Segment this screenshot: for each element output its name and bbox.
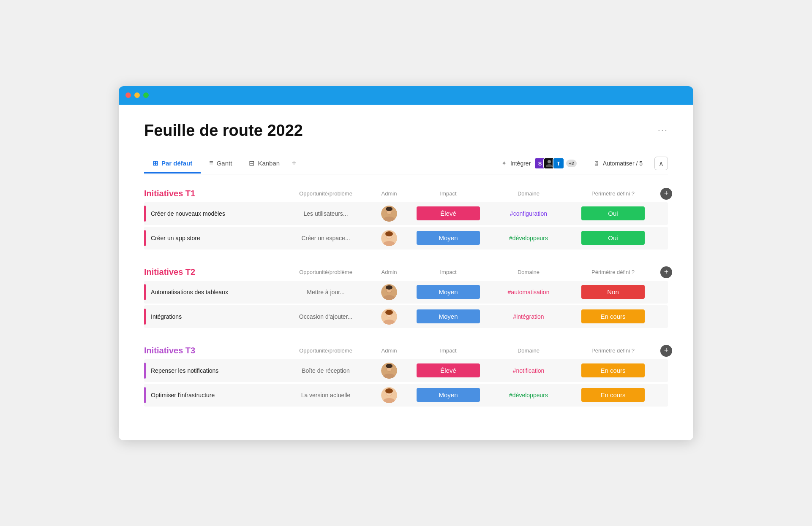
row-name-0: Créer de nouveaux modèles [144,206,283,222]
col-header-4: Périmètre défini ? [571,190,655,197]
col-header-1: Admin [368,190,410,197]
impact-badge: Élevé [417,206,480,220]
section-title-t3: Initiatives T3 [144,346,283,355]
table-row[interactable]: Repenser les notificationsBoîte de récep… [144,359,668,382]
row-stripe [144,206,146,222]
svg-point-25 [386,364,392,368]
row-impact-0: Élevé [410,363,486,377]
col-header-2: Impact [410,190,486,197]
row-perimetre-1: En cours [571,309,655,323]
col-header-0: Opportunité/problème [283,347,368,354]
row-name-text: Repenser les notifications [151,367,218,374]
section-t2: Initiatives T2Opportunité/problèmeAdminI… [144,266,668,328]
row-admin-0 [368,206,410,222]
tab-kanban-label: Kanban [258,160,280,167]
svg-point-9 [386,207,392,211]
row-stripe [144,309,146,325]
tab-bar: ⊞ Par défaut ≡ Gantt ⊟ Kanban + [144,153,300,174]
svg-text:T: T [557,160,560,167]
row-name-text: Créer de nouveaux modèles [151,210,225,217]
row-domaine-0: #automatisation [486,289,571,296]
impact-badge: Moyen [417,231,480,245]
row-name-text: Intégrations [151,313,182,320]
row-stripe [144,230,146,246]
section-title-t1: Initiatives T1 [144,189,283,198]
table-row[interactable]: IntégrationsOccasion d'ajouter...Moyen#i… [144,305,668,328]
row-admin-0 [368,284,410,300]
integrer-button[interactable]: ✦ Intégrer S T +2 [496,155,582,172]
admin-avatar-0 [381,363,397,379]
perimetre-badge: Non [581,285,645,299]
row-opportunite-0: Boîte de réception [283,367,368,374]
col-header-2: Impact [410,269,486,275]
row-admin-1 [368,387,410,403]
titlebar [119,86,693,105]
perimetre-badge: Oui [581,206,645,220]
row-opportunite-1: La version actuelle [283,392,368,399]
tab-par-defaut[interactable]: ⊞ Par défaut [144,154,201,174]
row-admin-1 [368,309,410,325]
dot-yellow[interactable] [134,92,140,98]
row-name-text: Automatisations des tableaux [151,289,228,296]
tab-gantt[interactable]: ≡ Gantt [201,154,240,173]
col-header-3: Domaine [486,190,571,197]
page-title: Feuille de route 2022 [144,122,303,140]
add-column-button[interactable]: + [660,345,672,357]
impact-badge: Élevé [417,363,480,377]
table-row[interactable]: Automatisations des tableauxMettre à jou… [144,281,668,304]
dot-green[interactable] [143,92,149,98]
section-header-t3: Initiatives T3Opportunité/problèmeAdminI… [144,345,668,357]
perimetre-badge: Oui [581,231,645,245]
table-row[interactable]: Créer de nouveaux modèlesLes utilisateur… [144,202,668,225]
section-header-t2: Initiatives T2Opportunité/problèmeAdminI… [144,266,668,278]
more-options-button[interactable]: ··· [658,125,668,136]
impact-badge: Moyen [417,285,480,299]
table-row[interactable]: Créer un app storeCréer un espace...Moye… [144,227,668,249]
row-domaine-0: #configuration [486,210,571,217]
app-window: Feuille de route 2022 ··· ⊞ Par défaut ≡… [119,86,693,440]
section-header-t1: Initiatives T1Opportunité/problèmeAdminI… [144,188,668,200]
row-name-1: Créer un app store [144,230,283,246]
add-column-button[interactable]: + [660,266,672,278]
automatiser-label: Automatiser / 5 [603,160,643,167]
automatiser-button[interactable]: 🖥 Automatiser / 5 [589,157,648,169]
row-impact-0: Moyen [410,285,486,299]
svg-point-3 [548,160,551,163]
section-t3: Initiatives T3Opportunité/problèmeAdminI… [144,345,668,407]
col-header-1: Admin [368,347,410,354]
tab-kanban[interactable]: ⊟ Kanban [240,154,288,174]
svg-point-13 [385,231,393,236]
collapse-button[interactable]: ∧ [654,157,668,170]
row-name-1: Optimiser l'infrastructure [144,387,283,403]
page-header: Feuille de route 2022 ··· [144,122,668,140]
admin-avatar-0 [381,284,397,300]
col-header-4: Périmètre défini ? [571,269,655,275]
automatiser-icon: 🖥 [594,160,599,167]
table-row[interactable]: Optimiser l'infrastructureLa version act… [144,384,668,407]
dot-red[interactable] [125,92,131,98]
row-domaine-0: #notification [486,367,571,374]
row-name-1: Intégrations [144,309,283,325]
add-column-button[interactable]: + [660,188,672,200]
row-impact-0: Élevé [410,206,486,220]
impact-badge: Moyen [417,388,480,402]
table-rows-t2: Automatisations des tableauxMettre à jou… [144,281,668,328]
row-opportunite-0: Mettre à jour... [283,289,368,296]
grid-icon: ⊞ [153,159,158,167]
row-name-text: Optimiser l'infrastructure [151,392,215,399]
integrer-label: Intégrer [510,160,531,167]
row-domaine-1: #intégration [486,313,571,320]
admin-avatar-0 [381,206,397,222]
avatar-3: T [553,157,564,169]
col-header-3: Domaine [486,269,571,275]
row-stripe [144,284,146,300]
perimetre-badge: En cours [581,388,645,402]
row-impact-1: Moyen [410,231,486,245]
section-t1: Initiatives T1Opportunité/problèmeAdminI… [144,188,668,249]
row-name-text: Créer un app store [151,235,200,241]
row-perimetre-0: Non [571,285,655,299]
col-header-3: Domaine [486,347,571,354]
row-impact-1: Moyen [410,388,486,402]
add-tab-button[interactable]: + [288,153,300,174]
kanban-icon: ⊟ [249,159,254,167]
